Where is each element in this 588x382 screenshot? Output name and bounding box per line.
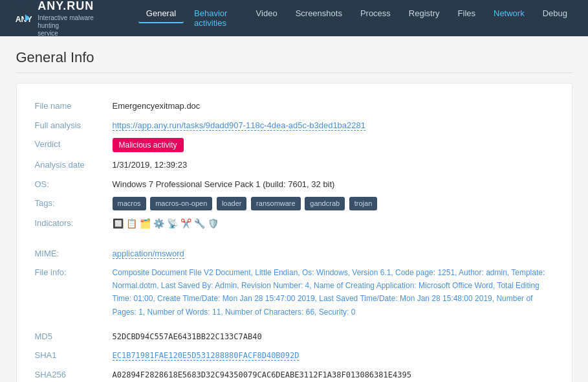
svg-rect-3 (24, 16, 25, 20)
nav-link-behavior[interactable]: Behavior activities (186, 5, 246, 32)
nav-link-screenshots[interactable]: Screenshots (288, 5, 350, 22)
row-tags: Tags: macros macros-on-open loader ranso… (30, 194, 559, 214)
indicator-icon-4: ⚙️ (153, 217, 164, 230)
value-verdict: Malicious activity (107, 135, 559, 155)
nav-link-files[interactable]: Files (450, 5, 483, 22)
indicators-row: 🔲 📋 🗂️ ⚙️ 📡 ✂️ 🔧 🛡️ (113, 217, 554, 230)
nav-link-registry[interactable]: Registry (401, 5, 448, 22)
label-md5: MD5 (30, 327, 107, 346)
row-separator2 (30, 322, 559, 327)
value-os: Windows 7 Professional Service Pack 1 (b… (107, 175, 559, 194)
row-separator (30, 234, 559, 244)
label-analysis-date: Analysis date (30, 155, 107, 175)
nav-link-debug[interactable]: Debug (535, 5, 575, 22)
indicator-icon-8: 🛡️ (208, 217, 219, 230)
row-sha1: SHA1 EC1B71981FAE120E5D531288880FACF8D40… (30, 346, 559, 365)
value-fullanalysis: https://app.any.run/tasks/9dadd907-118c-… (107, 116, 559, 135)
nav-item-behavior[interactable]: Behavior activities (186, 5, 246, 32)
nav-link-process[interactable]: Process (353, 5, 398, 22)
nav-item-files[interactable]: Files (450, 5, 483, 32)
main-container: General Info File name Emergencyexitmap.… (3, 36, 585, 382)
label-verdict: Verdict (30, 135, 107, 155)
file-info-text: Composite Document File V2 Document, Lit… (113, 268, 545, 317)
indicator-icon-5: 📡 (167, 217, 178, 230)
value-filename: Emergencyexitmap.doc (107, 96, 559, 116)
hash-md5: 52DCBD94C557AE6431BB22C133C7AB40 (113, 332, 262, 341)
nav-item-process[interactable]: Process (353, 5, 398, 32)
label-fileinfo: File info: (30, 263, 107, 322)
label-filename: File name (30, 96, 107, 116)
row-indicators: Indicators: 🔲 📋 🗂️ ⚙️ 📡 ✂️ 🔧 🛡️ (30, 214, 559, 234)
row-sha256: SHA256 A02894F2828618E5683D32C94350079CA… (30, 365, 559, 382)
verdict-badge: Malicious activity (113, 138, 184, 152)
row-analysis-date: Analysis date 1/31/2019, 12:39:23 (30, 155, 559, 175)
label-indicators: Indicators: (30, 214, 107, 234)
hash-sha256: A02894F2828618E5683D32C94350079CAC6DEABE… (113, 370, 411, 379)
tag-gandcrab[interactable]: gandcrab (305, 197, 345, 210)
value-analysis-date: 1/31/2019, 12:39:23 (107, 155, 559, 175)
indicator-icon-3: 🗂️ (140, 217, 151, 230)
nav-link-video[interactable]: Video (248, 5, 285, 22)
svg-text:ANY: ANY (16, 15, 32, 24)
tag-ransomware[interactable]: ransomware (251, 197, 301, 210)
tag-trojan[interactable]: trojan (349, 197, 378, 210)
full-analysis-link[interactable]: https://app.any.run/tasks/9dadd907-118c-… (113, 120, 366, 131)
row-os: OS: Windows 7 Professional Service Pack … (30, 175, 559, 194)
indicator-icon-2: 📋 (126, 217, 137, 230)
nav-list: General Behavior activities Video Screen… (138, 5, 575, 32)
value-tags: macros macros-on-open loader ransomware … (107, 194, 559, 214)
row-fullanalysis: Full analysis https://app.any.run/tasks/… (30, 116, 559, 135)
nav-item-general[interactable]: General (138, 5, 184, 32)
label-sha1: SHA1 (30, 346, 107, 365)
page-title: General Info (16, 49, 572, 73)
logo-icon: ANY (13, 8, 32, 28)
value-md5: 52DCBD94C557AE6431BB22C133C7AB40 (107, 327, 559, 346)
value-mime: application/msword (107, 244, 559, 264)
nav-link-network[interactable]: Network (486, 5, 532, 22)
row-fileinfo: File info: Composite Document File V2 Do… (30, 263, 559, 322)
mime-link[interactable]: application/msword (113, 249, 184, 259)
label-os: OS: (30, 175, 107, 194)
nav-item-registry[interactable]: Registry (401, 5, 448, 32)
nav-item-network[interactable]: Network (486, 5, 532, 32)
logo-subtitle: Interactive malware huntingservice (38, 14, 113, 38)
info-table: File name Emergencyexitmap.doc Full anal… (30, 96, 559, 382)
label-tags: Tags: (30, 194, 107, 214)
row-mime: MIME: application/msword (30, 244, 559, 264)
indicator-icon-7: 🔧 (194, 217, 205, 230)
value-sha256: A02894F2828618E5683D32C94350079CAC6DEABE… (107, 365, 559, 382)
nav-link-general[interactable]: General (138, 5, 184, 23)
nav-item-debug[interactable]: Debug (535, 5, 575, 32)
value-sha1: EC1B71981FAE120E5D531288880FACF8D40B092D (107, 346, 559, 365)
label-mime: MIME: (30, 244, 107, 264)
label-sha256: SHA256 (30, 365, 107, 382)
general-info-card: File name Emergencyexitmap.doc Full anal… (16, 83, 572, 382)
tag-macros[interactable]: macros (113, 197, 146, 210)
tag-macros-on-open[interactable]: macros-on-open (150, 197, 212, 210)
hash-sha1[interactable]: EC1B71981FAE120E5D531288880FACF8D40B092D (113, 351, 299, 361)
indicator-icon-1: 🔲 (113, 217, 124, 230)
label-fullanalysis: Full analysis (30, 116, 107, 135)
row-verdict: Verdict Malicious activity (30, 135, 559, 155)
row-filename: File name Emergencyexitmap.doc (30, 96, 559, 116)
nav-item-screenshots[interactable]: Screenshots (288, 5, 350, 32)
logo: ANY ANY.RUN Interactive malware huntings… (13, 0, 113, 38)
value-fileinfo: Composite Document File V2 Document, Lit… (107, 263, 559, 322)
nav-item-video[interactable]: Video (248, 5, 285, 32)
value-indicators: 🔲 📋 🗂️ ⚙️ 📡 ✂️ 🔧 🛡️ (107, 214, 559, 234)
row-md5: MD5 52DCBD94C557AE6431BB22C133C7AB40 (30, 327, 559, 346)
tag-loader[interactable]: loader (217, 197, 247, 210)
indicator-icon-6: ✂️ (180, 217, 191, 230)
main-nav: ANY ANY.RUN Interactive malware huntings… (0, 0, 588, 36)
logo-name: ANY.RUN (38, 0, 113, 13)
